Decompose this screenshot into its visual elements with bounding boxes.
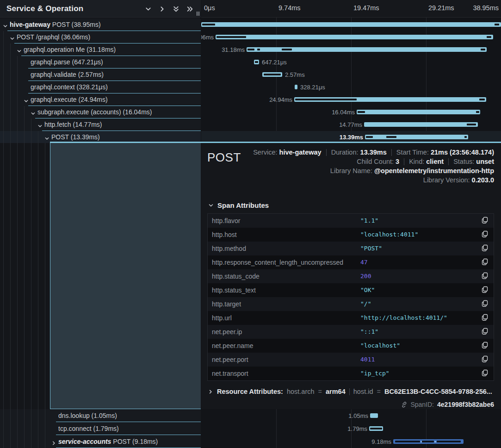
span-row[interactable]: tcp.connect (1.79ms) [0, 422, 201, 435]
span-attributes-table: http.flavor"1.1" http.host"localhost:401… [207, 213, 494, 381]
span-bar[interactable] [370, 413, 378, 418]
library-version-label: Library Version: [423, 176, 470, 184]
chevron-down-icon[interactable] [10, 35, 15, 40]
copy-icon[interactable] [481, 342, 489, 350]
bar-child-marker [202, 24, 215, 25]
span-attributes-title: Span Attributes [217, 201, 269, 209]
ruler-tick-label: 38.95ms [473, 4, 499, 12]
span-bar[interactable] [216, 35, 493, 39]
chevron-down-icon[interactable] [44, 135, 49, 140]
chevron-down-icon[interactable] [3, 22, 8, 27]
span-bar-row[interactable]: 24.94ms [201, 93, 501, 106]
span-attributes-header[interactable]: Span Attributes [208, 201, 494, 209]
span-row[interactable]: graphql.validate (2.57ms) [0, 68, 201, 81]
bar-child-marker [366, 136, 373, 138]
span-row[interactable]: subgraph.execute (accounts) (16.04ms) [0, 106, 201, 118]
bar-child-marker [437, 441, 461, 442]
span-bar[interactable] [357, 110, 480, 114]
copy-icon[interactable] [481, 369, 489, 378]
span-bar[interactable] [364, 122, 478, 127]
copy-icon[interactable] [481, 286, 489, 294]
span-label: graphql.operation Me (31.18ms) [24, 46, 116, 53]
bar-child-marker [495, 24, 499, 25]
span-bar[interactable] [201, 22, 501, 27]
timeline-panel: 0μs 9.74ms 19.47ms 29.21ms 38.95ms 36.06… [201, 0, 501, 448]
indent-guides [0, 44, 11, 56]
indent-guides [0, 422, 46, 435]
resource-key: host.id [353, 388, 373, 395]
bar-child-marker [282, 49, 292, 50]
bar-duration-label: 9.18ms [364, 438, 391, 445]
copy-icon[interactable] [481, 314, 489, 322]
span-bar[interactable] [254, 60, 259, 64]
copy-icon[interactable] [481, 272, 489, 280]
detail-info: Service: hive-gateway Duration: 13.39ms … [241, 149, 494, 193]
duration-value: 13.39ms [360, 149, 387, 156]
bar-child-marker [467, 124, 476, 125]
resource-attributes-row[interactable]: Resource Attributes: host.arch=arm64 hos… [208, 388, 494, 395]
chevron-down-icon[interactable] [31, 110, 36, 115]
span-row[interactable]: hive-gateway POST (38.95ms) [0, 19, 201, 31]
service-label: Service: [253, 149, 277, 156]
chevron-down-icon[interactable] [37, 122, 43, 127]
span-bar[interactable] [262, 72, 282, 77]
divider [404, 158, 404, 165]
expand-one-icon[interactable] [159, 6, 166, 12]
link-icon[interactable] [401, 401, 407, 408]
span-row[interactable]: graphql.parse (647.21μs) [0, 56, 201, 68]
expand-all-icon[interactable] [186, 6, 193, 12]
span-bar-row[interactable]: 2.57ms [201, 68, 501, 81]
copy-icon[interactable] [481, 355, 489, 364]
copy-icon[interactable] [481, 217, 489, 225]
span-bar-row[interactable]: 31.18ms [201, 44, 501, 56]
span-row[interactable]: graphql.operation Me (31.18ms) [0, 44, 201, 56]
span-bar[interactable] [393, 439, 464, 444]
chevron-down-icon[interactable] [24, 97, 29, 102]
chevron-right-icon[interactable] [51, 439, 56, 444]
copy-icon[interactable] [481, 328, 489, 336]
panel-resize-handle[interactable] [197, 12, 199, 16]
indent-guides [0, 131, 39, 143]
service-operation-panel: hive-gateway POST (38.95ms) POST /graphq… [0, 0, 201, 448]
collapse-all-icon[interactable] [173, 6, 179, 12]
copy-icon[interactable] [481, 258, 489, 267]
bar-child-marker [386, 136, 396, 138]
span-bar[interactable] [365, 135, 468, 139]
span-row[interactable]: http.fetch (14.77ms) [0, 118, 201, 131]
collapse-one-icon[interactable] [145, 6, 152, 12]
indent-guides [0, 68, 18, 81]
bar-duration-label: 31.18ms [217, 46, 245, 53]
span-bar-row[interactable]: 9.18ms [201, 435, 501, 448]
span-bar-row[interactable]: 328.21μs [201, 81, 501, 93]
kind-value: client [426, 158, 444, 165]
span-id-row: SpanID: 4e21998f3b82abe6 [207, 401, 494, 408]
span-bar-row[interactable]: 16.04ms [201, 106, 501, 118]
span-bar-row[interactable] [201, 19, 501, 31]
bar-child-marker [358, 111, 365, 113]
span-row[interactable]: service-accounts POST (9.18ms) [0, 435, 201, 448]
copy-icon[interactable] [481, 300, 489, 308]
span-row[interactable]: dns.lookup (1.05ms) [0, 409, 201, 422]
span-bar[interactable] [294, 97, 486, 102]
span-label: POST /graphql (36.06ms) [17, 33, 90, 41]
span-row[interactable]: graphql.execute (24.94ms) [0, 93, 201, 106]
start-time-value: 21ms (23:56:48.174) [431, 149, 494, 156]
span-bar-row[interactable]: 36.06ms [201, 31, 501, 44]
chevron-down-icon[interactable] [17, 47, 22, 52]
span-bar[interactable] [369, 426, 383, 431]
copy-icon[interactable] [481, 230, 489, 239]
indent-guides [0, 435, 46, 448]
span-bar[interactable] [295, 85, 297, 89]
resource-value: BC62E13B-C4CC-5854-9788-256... [384, 388, 492, 395]
span-bar-row[interactable]: 1.05ms [201, 409, 501, 422]
copy-icon[interactable] [481, 244, 489, 253]
span-label: subgraph.execute (accounts) (16.04ms) [37, 108, 152, 116]
span-row[interactable]: POST /graphql (36.06ms) [0, 31, 201, 44]
span-row[interactable]: graphql.context (328.21μs) [0, 81, 201, 93]
indent-guides [0, 106, 25, 118]
span-bar[interactable] [247, 47, 487, 52]
span-bar-row[interactable]: 647.21μs [201, 56, 501, 68]
attribute-row: http.status_text"OK" [208, 283, 494, 297]
span-bar-row[interactable]: 1.79ms [201, 422, 501, 435]
span-bar-row[interactable]: 14.77ms [201, 118, 501, 131]
